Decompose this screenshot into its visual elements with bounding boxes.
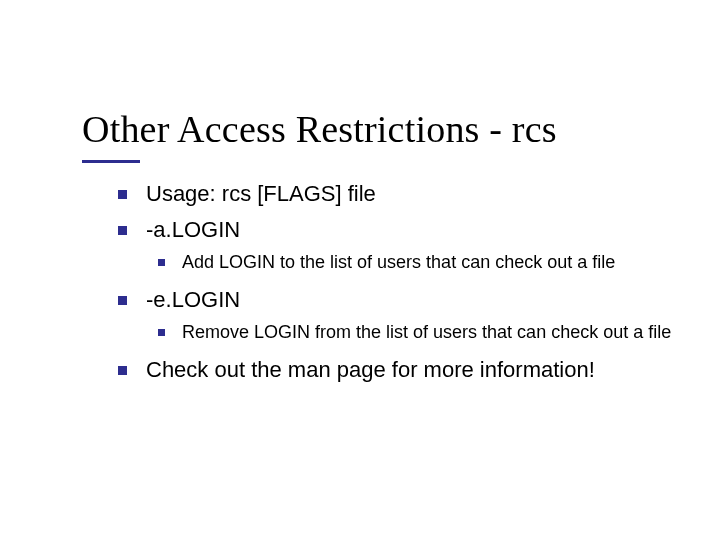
square-bullet-icon — [118, 366, 127, 375]
slide-title: Other Access Restrictions - rcs — [82, 110, 680, 150]
bullet-usage: Usage: rcs [FLAGS] file — [110, 180, 690, 208]
square-bullet-icon — [158, 259, 165, 266]
title-underline — [82, 160, 140, 163]
square-bullet-icon — [158, 329, 165, 336]
slide-body: Usage: rcs [FLAGS] file -a.LOGIN Add LOG… — [110, 180, 690, 391]
sub-bullet-text: Remove LOGIN from the list of users that… — [182, 322, 671, 342]
slide: Other Access Restrictions - rcs Usage: r… — [0, 0, 720, 540]
sub-bullet-add-login: Add LOGIN to the list of users that can … — [152, 251, 690, 274]
bullet-text: Check out the man page for more informat… — [146, 357, 595, 382]
sub-bullets-a-login: Add LOGIN to the list of users that can … — [152, 251, 690, 274]
bullet-text: -e.LOGIN — [146, 287, 240, 312]
square-bullet-icon — [118, 190, 127, 199]
sub-bullet-text: Add LOGIN to the list of users that can … — [182, 252, 615, 272]
bullet-text: Usage: rcs [FLAGS] file — [146, 181, 376, 206]
bullet-text: -a.LOGIN — [146, 217, 240, 242]
title-block: Other Access Restrictions - rcs — [82, 110, 680, 163]
bullet-a-login: -a.LOGIN — [110, 216, 690, 244]
sub-bullets-e-login: Remove LOGIN from the list of users that… — [152, 321, 690, 344]
square-bullet-icon — [118, 296, 127, 305]
sub-bullet-remove-login: Remove LOGIN from the list of users that… — [152, 321, 690, 344]
bullet-man-page: Check out the man page for more informat… — [110, 356, 690, 384]
square-bullet-icon — [118, 226, 127, 235]
bullet-e-login: -e.LOGIN — [110, 286, 690, 314]
